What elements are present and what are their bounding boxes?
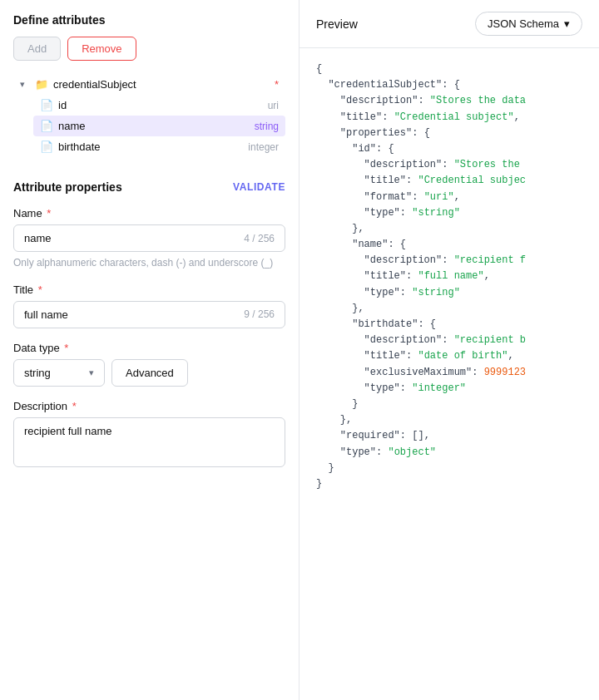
tree-item-id[interactable]: 📄 id uri (33, 95, 285, 116)
advanced-button[interactable]: Advanced (111, 359, 188, 387)
description-input-wrapper (13, 417, 285, 467)
tree-item-id-label: id (58, 99, 263, 111)
tree-item-name[interactable]: 📄 name string (33, 116, 285, 136)
title-field-label: Title * (13, 283, 285, 296)
left-panel: Define attributes Add Remove ▾ 📁 credent… (0, 0, 300, 700)
add-remove-row: Add Remove (13, 37, 285, 61)
title-field-group: Title * 9 / 256 (13, 283, 285, 328)
define-attributes-title: Define attributes (13, 13, 285, 27)
description-input[interactable] (24, 425, 275, 437)
json-schema-button[interactable]: JSON Schema ▾ (475, 12, 582, 36)
remove-button[interactable]: Remove (67, 37, 136, 61)
name-field-group: Name * 4 / 256 Only alphanumeric charact… (13, 207, 285, 270)
tree-item-birthdate[interactable]: 📄 birthdate integer (33, 136, 285, 157)
data-type-select[interactable]: string ▾ (13, 359, 105, 387)
folder-icon: 📁 (35, 78, 48, 91)
file-icon: 📄 (40, 99, 53, 111)
description-field-label: Description * (13, 400, 285, 412)
name-input[interactable] (24, 232, 244, 244)
validate-link[interactable]: VALIDATE (233, 181, 285, 193)
data-type-field-label: Data type * (13, 342, 285, 354)
description-field-group: Description * (13, 400, 285, 467)
name-count: 4 / 256 (244, 233, 275, 244)
name-field-label: Name * (13, 207, 285, 219)
preview-header: Preview JSON Schema ▾ (300, 0, 599, 48)
name-required-marker: * (44, 207, 52, 219)
preview-title: Preview (316, 17, 358, 31)
data-type-row: string ▾ Advanced (13, 359, 285, 387)
define-attributes-section: Define attributes Add Remove ▾ 📁 credent… (0, 0, 299, 167)
tree-item-birthdate-type: integer (248, 141, 279, 153)
file-icon: 📄 (40, 120, 53, 132)
title-input-wrapper: 9 / 256 (13, 301, 285, 328)
chevron-down-icon: ▾ (564, 17, 570, 30)
tree-item-birthdate-label: birthdate (58, 140, 243, 153)
attr-props-header: Attribute properties VALIDATE (13, 180, 285, 194)
data-type-required-marker: * (62, 342, 69, 354)
attribute-tree: ▾ 📁 credentialSubject * 📄 id uri 📄 name … (13, 74, 285, 157)
title-required-marker: * (35, 283, 42, 296)
json-schema-label: JSON Schema (488, 17, 559, 30)
add-button[interactable]: Add (13, 37, 61, 61)
file-icon: 📄 (40, 140, 53, 153)
tree-parent-label: credentialSubject (53, 78, 266, 91)
attr-properties-title: Attribute properties (13, 180, 122, 194)
tree-item-name-type: string (255, 121, 279, 132)
required-marker: * (275, 78, 279, 91)
description-required-marker: * (69, 400, 77, 412)
tree-item-id-type: uri (268, 100, 279, 111)
data-type-selected-value: string (24, 367, 84, 379)
title-count: 9 / 256 (244, 308, 275, 320)
chevron-down-icon: ▾ (20, 79, 30, 90)
tree-children: 📄 id uri 📄 name string 📄 birthdate integ… (33, 95, 285, 157)
attribute-properties-section: Attribute properties VALIDATE Name * 4 /… (0, 167, 299, 700)
tree-parent-node[interactable]: ▾ 📁 credentialSubject * (13, 74, 285, 95)
title-input[interactable] (24, 308, 244, 321)
json-preview-content: { "credentialSubject": { "description": … (300, 48, 599, 700)
data-type-field-group: Data type * string ▾ Advanced (13, 342, 285, 387)
name-input-wrapper: 4 / 256 (13, 224, 285, 252)
right-panel: Preview JSON Schema ▾ { "credentialSubje… (300, 0, 599, 700)
tree-item-name-label: name (58, 120, 250, 132)
name-field-hint: Only alphanumeric characters, dash (-) a… (13, 256, 285, 270)
chevron-down-icon: ▾ (89, 367, 94, 378)
